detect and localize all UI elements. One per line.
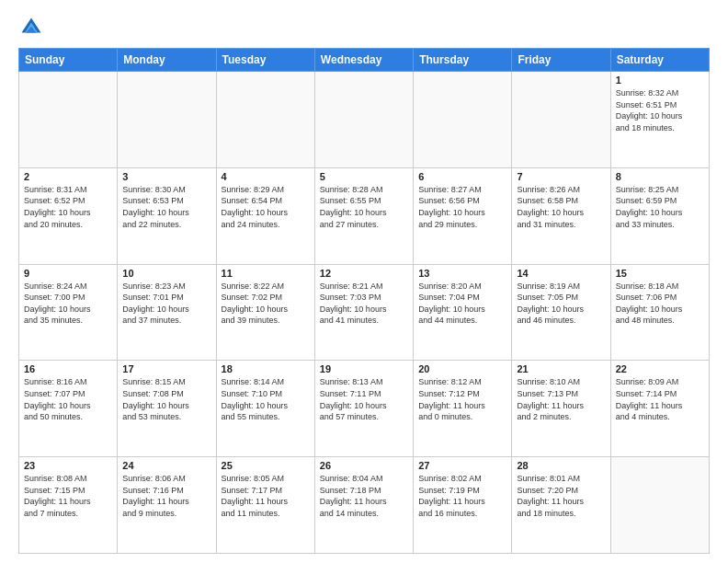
day-number: 4 bbox=[222, 171, 310, 182]
day-number: 15 bbox=[616, 268, 704, 279]
calendar-cell bbox=[118, 72, 216, 168]
calendar-cell bbox=[414, 72, 512, 168]
calendar-cell bbox=[19, 72, 118, 168]
day-info: Sunrise: 8:22 AM Sunset: 7:02 PM Dayligh… bbox=[222, 281, 310, 327]
day-header-thursday: Thursday bbox=[414, 49, 512, 72]
day-info: Sunrise: 8:31 AM Sunset: 6:52 PM Dayligh… bbox=[24, 184, 112, 230]
page: SundayMondayTuesdayWednesdayThursdayFrid… bbox=[0, 0, 728, 563]
day-info: Sunrise: 8:01 AM Sunset: 7:20 PM Dayligh… bbox=[517, 473, 605, 519]
calendar-header-row: SundayMondayTuesdayWednesdayThursdayFrid… bbox=[19, 49, 710, 72]
day-info: Sunrise: 8:14 AM Sunset: 7:10 PM Dayligh… bbox=[222, 376, 310, 422]
calendar-week-2: 9Sunrise: 8:24 AM Sunset: 7:00 PM Daylig… bbox=[19, 264, 710, 361]
calendar-cell: 24Sunrise: 8:06 AM Sunset: 7:16 PM Dayli… bbox=[118, 457, 216, 554]
day-number: 9 bbox=[24, 268, 112, 279]
calendar-cell: 26Sunrise: 8:04 AM Sunset: 7:18 PM Dayli… bbox=[314, 457, 413, 554]
day-number: 28 bbox=[517, 460, 605, 471]
header bbox=[18, 15, 710, 40]
day-info: Sunrise: 8:30 AM Sunset: 6:53 PM Dayligh… bbox=[122, 184, 210, 230]
day-number: 14 bbox=[517, 268, 605, 279]
day-info: Sunrise: 8:16 AM Sunset: 7:07 PM Dayligh… bbox=[24, 376, 112, 422]
calendar-cell: 22Sunrise: 8:09 AM Sunset: 7:14 PM Dayli… bbox=[610, 361, 709, 457]
day-info: Sunrise: 8:10 AM Sunset: 7:13 PM Dayligh… bbox=[517, 376, 605, 422]
calendar-cell: 13Sunrise: 8:20 AM Sunset: 7:04 PM Dayli… bbox=[414, 264, 512, 361]
day-number: 3 bbox=[122, 171, 210, 182]
day-header-tuesday: Tuesday bbox=[216, 49, 314, 72]
day-number: 13 bbox=[418, 268, 506, 279]
day-number: 25 bbox=[222, 460, 310, 471]
day-info: Sunrise: 8:26 AM Sunset: 6:58 PM Dayligh… bbox=[517, 184, 605, 230]
calendar-cell: 18Sunrise: 8:14 AM Sunset: 7:10 PM Dayli… bbox=[216, 361, 314, 457]
day-info: Sunrise: 8:19 AM Sunset: 7:05 PM Dayligh… bbox=[517, 281, 605, 327]
day-info: Sunrise: 8:29 AM Sunset: 6:54 PM Dayligh… bbox=[222, 184, 310, 230]
calendar-cell bbox=[512, 72, 610, 168]
calendar-cell: 3Sunrise: 8:30 AM Sunset: 6:53 PM Daylig… bbox=[118, 167, 216, 264]
day-info: Sunrise: 8:18 AM Sunset: 7:06 PM Dayligh… bbox=[616, 281, 704, 327]
day-number: 21 bbox=[517, 363, 605, 374]
day-number: 7 bbox=[517, 171, 605, 182]
calendar-cell: 4Sunrise: 8:29 AM Sunset: 6:54 PM Daylig… bbox=[216, 167, 314, 264]
calendar-cell: 14Sunrise: 8:19 AM Sunset: 7:05 PM Dayli… bbox=[512, 264, 610, 361]
day-number: 17 bbox=[122, 363, 210, 374]
day-number: 5 bbox=[320, 171, 408, 182]
calendar-cell: 19Sunrise: 8:13 AM Sunset: 7:11 PM Dayli… bbox=[314, 361, 413, 457]
day-header-friday: Friday bbox=[512, 49, 610, 72]
calendar-cell: 23Sunrise: 8:08 AM Sunset: 7:15 PM Dayli… bbox=[19, 457, 118, 554]
day-number: 18 bbox=[222, 363, 310, 374]
calendar: SundayMondayTuesdayWednesdayThursdayFrid… bbox=[18, 48, 710, 554]
calendar-cell: 10Sunrise: 8:23 AM Sunset: 7:01 PM Dayli… bbox=[118, 264, 216, 361]
day-number: 12 bbox=[320, 268, 408, 279]
calendar-cell: 2Sunrise: 8:31 AM Sunset: 6:52 PM Daylig… bbox=[19, 167, 118, 264]
day-number: 10 bbox=[122, 268, 210, 279]
day-header-sunday: Sunday bbox=[19, 49, 118, 72]
day-info: Sunrise: 8:21 AM Sunset: 7:03 PM Dayligh… bbox=[320, 281, 408, 327]
calendar-week-0: 1Sunrise: 8:32 AM Sunset: 6:51 PM Daylig… bbox=[19, 72, 710, 168]
calendar-cell: 27Sunrise: 8:02 AM Sunset: 7:19 PM Dayli… bbox=[414, 457, 512, 554]
calendar-cell bbox=[216, 72, 314, 168]
calendar-cell: 25Sunrise: 8:05 AM Sunset: 7:17 PM Dayli… bbox=[216, 457, 314, 554]
calendar-cell: 11Sunrise: 8:22 AM Sunset: 7:02 PM Dayli… bbox=[216, 264, 314, 361]
day-number: 6 bbox=[418, 171, 506, 182]
day-info: Sunrise: 8:09 AM Sunset: 7:14 PM Dayligh… bbox=[616, 376, 704, 422]
day-number: 1 bbox=[616, 75, 704, 86]
day-number: 22 bbox=[616, 363, 704, 374]
day-info: Sunrise: 8:12 AM Sunset: 7:12 PM Dayligh… bbox=[418, 376, 506, 422]
calendar-cell: 28Sunrise: 8:01 AM Sunset: 7:20 PM Dayli… bbox=[512, 457, 610, 554]
day-number: 20 bbox=[418, 363, 506, 374]
day-header-monday: Monday bbox=[118, 49, 216, 72]
calendar-cell: 21Sunrise: 8:10 AM Sunset: 7:13 PM Dayli… bbox=[512, 361, 610, 457]
calendar-week-4: 23Sunrise: 8:08 AM Sunset: 7:15 PM Dayli… bbox=[19, 457, 710, 554]
calendar-cell: 16Sunrise: 8:16 AM Sunset: 7:07 PM Dayli… bbox=[19, 361, 118, 457]
day-info: Sunrise: 8:20 AM Sunset: 7:04 PM Dayligh… bbox=[418, 281, 506, 327]
day-info: Sunrise: 8:02 AM Sunset: 7:19 PM Dayligh… bbox=[418, 473, 506, 519]
day-number: 24 bbox=[122, 460, 210, 471]
calendar-cell: 12Sunrise: 8:21 AM Sunset: 7:03 PM Dayli… bbox=[314, 264, 413, 361]
day-number: 11 bbox=[222, 268, 310, 279]
day-info: Sunrise: 8:23 AM Sunset: 7:01 PM Dayligh… bbox=[122, 281, 210, 327]
calendar-cell: 20Sunrise: 8:12 AM Sunset: 7:12 PM Dayli… bbox=[414, 361, 512, 457]
calendar-week-1: 2Sunrise: 8:31 AM Sunset: 6:52 PM Daylig… bbox=[19, 167, 710, 264]
day-number: 16 bbox=[24, 363, 112, 374]
calendar-cell: 9Sunrise: 8:24 AM Sunset: 7:00 PM Daylig… bbox=[19, 264, 118, 361]
day-info: Sunrise: 8:13 AM Sunset: 7:11 PM Dayligh… bbox=[320, 376, 408, 422]
calendar-cell bbox=[314, 72, 413, 168]
day-header-saturday: Saturday bbox=[610, 49, 709, 72]
logo bbox=[18, 15, 50, 40]
day-info: Sunrise: 8:25 AM Sunset: 6:59 PM Dayligh… bbox=[616, 184, 704, 230]
day-info: Sunrise: 8:08 AM Sunset: 7:15 PM Dayligh… bbox=[24, 473, 112, 519]
day-number: 26 bbox=[320, 460, 408, 471]
calendar-cell: 17Sunrise: 8:15 AM Sunset: 7:08 PM Dayli… bbox=[118, 361, 216, 457]
day-info: Sunrise: 8:04 AM Sunset: 7:18 PM Dayligh… bbox=[320, 473, 408, 519]
day-info: Sunrise: 8:15 AM Sunset: 7:08 PM Dayligh… bbox=[122, 376, 210, 422]
day-number: 2 bbox=[24, 171, 112, 182]
day-number: 8 bbox=[616, 171, 704, 182]
day-info: Sunrise: 8:24 AM Sunset: 7:00 PM Dayligh… bbox=[24, 281, 112, 327]
calendar-week-3: 16Sunrise: 8:16 AM Sunset: 7:07 PM Dayli… bbox=[19, 361, 710, 457]
calendar-cell: 6Sunrise: 8:27 AM Sunset: 6:56 PM Daylig… bbox=[414, 167, 512, 264]
day-number: 27 bbox=[418, 460, 506, 471]
day-header-wednesday: Wednesday bbox=[314, 49, 413, 72]
day-info: Sunrise: 8:05 AM Sunset: 7:17 PM Dayligh… bbox=[222, 473, 310, 519]
day-number: 19 bbox=[320, 363, 408, 374]
logo-icon bbox=[18, 15, 44, 40]
calendar-cell bbox=[610, 457, 709, 554]
calendar-cell: 7Sunrise: 8:26 AM Sunset: 6:58 PM Daylig… bbox=[512, 167, 610, 264]
